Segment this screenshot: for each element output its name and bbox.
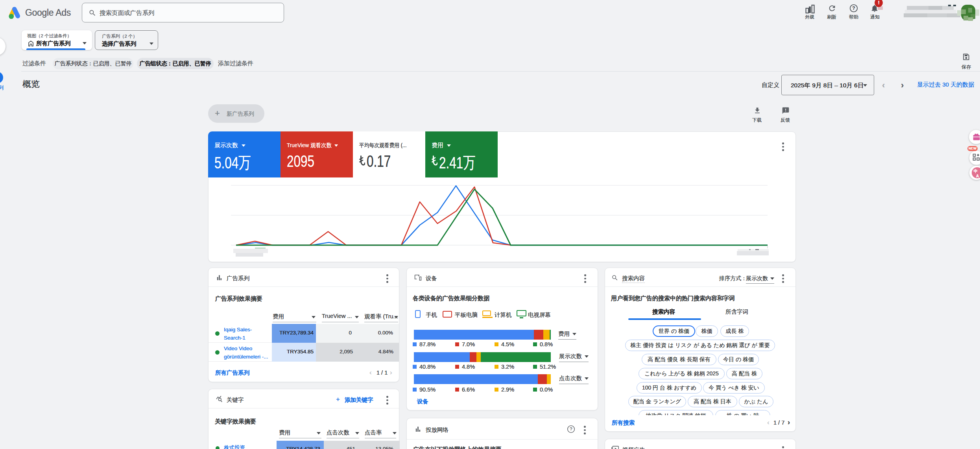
svg-text:?: ?	[852, 6, 855, 11]
svg-text:?: ?	[570, 427, 572, 431]
